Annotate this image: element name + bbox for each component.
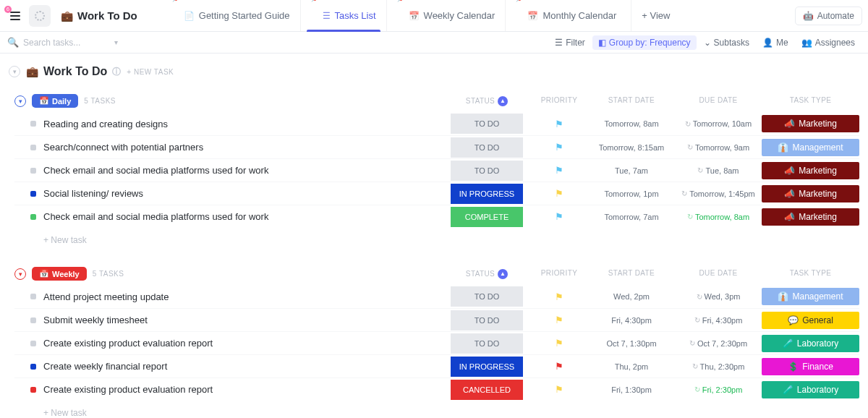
- task-type-pill[interactable]: 📣Marketing: [762, 185, 859, 202]
- task-row[interactable]: Submit weekly timesheetTO DO⚑Fri, 4:30pm…: [14, 308, 859, 331]
- priority-cell[interactable]: ⚑: [530, 338, 588, 349]
- col-start[interactable]: START DATE: [588, 96, 675, 106]
- task-name[interactable]: Search/connect with potential partners: [43, 142, 443, 153]
- task-name[interactable]: Create existing product evaluation repor…: [43, 338, 443, 349]
- status-pill[interactable]: COMPLETE: [451, 207, 523, 227]
- col-due[interactable]: DUE DATE: [675, 269, 762, 279]
- start-date-cell[interactable]: Fri, 1:30pm: [588, 385, 675, 394]
- sort-icon[interactable]: ▲: [498, 96, 508, 106]
- task-name[interactable]: Reading and creating designs: [43, 119, 443, 129]
- task-row[interactable]: Create weekly financial reportIN PROGRES…: [14, 354, 859, 378]
- start-date-cell[interactable]: Tue, 7am: [588, 166, 675, 175]
- start-date-cell[interactable]: Wed, 2pm: [588, 292, 675, 301]
- group-collapse-button[interactable]: ▾: [14, 268, 26, 280]
- task-type-pill[interactable]: 👔Management: [762, 288, 859, 305]
- priority-cell[interactable]: ⚑: [530, 188, 588, 199]
- page-header-title[interactable]: 💼 Work To Do: [55, 9, 143, 22]
- tab-monthly-calendar[interactable]: 📌📅Monthly Calendar: [505, 0, 626, 31]
- task-row[interactable]: Reading and creating designsTO DO⚑Tomorr…: [14, 112, 859, 135]
- task-name[interactable]: Create weekly financial report: [43, 361, 443, 372]
- task-type-pill[interactable]: 📣Marketing: [762, 115, 859, 132]
- task-row[interactable]: Create existing product evaluation repor…: [14, 378, 859, 401]
- status-pill[interactable]: TO DO: [451, 137, 523, 158]
- status-pill[interactable]: IN PROGRESS: [451, 184, 523, 204]
- tab-getting-started-guide[interactable]: 📌📄Getting Started Guide: [162, 0, 300, 31]
- col-priority[interactable]: PRIORITY: [530, 269, 588, 279]
- task-type-pill[interactable]: 📣Marketing: [762, 208, 859, 226]
- task-row[interactable]: Check email and social media platforms u…: [14, 158, 859, 182]
- group-badge[interactable]: 📅Weekly: [32, 267, 87, 281]
- priority-cell[interactable]: ⚑: [530, 315, 588, 325]
- sort-icon[interactable]: ▲: [498, 269, 508, 279]
- col-type[interactable]: TASK TYPE: [762, 269, 859, 279]
- start-date-cell[interactable]: Tomorrow, 7am: [588, 213, 675, 221]
- new-task-button[interactable]: + New task: [14, 401, 859, 418]
- status-pill[interactable]: TO DO: [451, 161, 523, 181]
- new-task-button[interactable]: + New task: [14, 228, 859, 245]
- start-date-cell[interactable]: Thu, 2pm: [588, 362, 675, 371]
- task-type-pill[interactable]: 💬General: [762, 312, 859, 329]
- task-type-pill[interactable]: 🧪Laboratory: [762, 335, 859, 352]
- group-by-button[interactable]: ◧Group by: Frequency: [592, 35, 697, 50]
- status-pill[interactable]: TO DO: [451, 114, 523, 134]
- due-date-cell[interactable]: ↻Oct 7, 2:30pm: [675, 339, 762, 348]
- search-group[interactable]: 🔍 ▾: [7, 37, 118, 48]
- due-date-cell[interactable]: ↻Tomorrow, 1:45pm: [675, 189, 762, 198]
- task-type-pill[interactable]: 🧪Laboratory: [762, 381, 859, 398]
- start-date-cell[interactable]: Tomorrow, 8am: [588, 119, 675, 128]
- task-row[interactable]: Search/connect with potential partnersTO…: [14, 135, 859, 158]
- task-type-pill[interactable]: 💲Finance: [762, 358, 859, 375]
- due-date-cell[interactable]: ↻Fri, 2:30pm: [675, 385, 762, 394]
- priority-cell[interactable]: ⚑: [530, 211, 588, 222]
- priority-cell[interactable]: ⚑: [530, 142, 588, 153]
- task-type-pill[interactable]: 👔Management: [762, 139, 859, 156]
- task-name[interactable]: Check email and social media platforms u…: [43, 165, 443, 176]
- task-row[interactable]: Create existing product evaluation repor…: [14, 331, 859, 354]
- status-pill[interactable]: IN PROGRESS: [451, 357, 523, 377]
- group-badge[interactable]: 📅Daily: [32, 94, 78, 108]
- due-date-cell[interactable]: ↻Tomorrow, 8am: [675, 213, 762, 221]
- status-pill[interactable]: TO DO: [451, 333, 523, 354]
- priority-cell[interactable]: ⚑: [530, 361, 588, 372]
- priority-cell[interactable]: ⚑: [530, 119, 588, 129]
- col-status[interactable]: STATUS ▲: [443, 96, 530, 106]
- automate-button[interactable]: 🤖 Automate: [795, 7, 862, 25]
- add-view-button[interactable]: + View: [631, 0, 680, 31]
- due-date-cell[interactable]: ↻Tue, 8am: [675, 166, 762, 175]
- me-button[interactable]: 👤Me: [757, 35, 794, 50]
- task-row[interactable]: Check email and social media platforms u…: [14, 205, 859, 228]
- priority-cell[interactable]: ⚑: [530, 165, 588, 176]
- group-collapse-button[interactable]: ▾: [14, 95, 26, 107]
- tab-tasks-list[interactable]: 📌☰Tasks List: [300, 0, 386, 31]
- task-name[interactable]: Create existing product evaluation repor…: [43, 384, 443, 395]
- task-row[interactable]: Attend project meeting updateTO DO⚑Wed, …: [14, 285, 859, 308]
- due-date-cell[interactable]: ↻Wed, 3pm: [675, 292, 762, 301]
- start-date-cell[interactable]: Fri, 4:30pm: [588, 316, 675, 325]
- task-name[interactable]: Submit weekly timesheet: [43, 315, 443, 325]
- start-date-cell[interactable]: Oct 7, 1:30pm: [588, 339, 675, 348]
- status-pill[interactable]: TO DO: [451, 286, 523, 307]
- search-input[interactable]: [23, 38, 110, 48]
- filter-button[interactable]: ☰Filter: [549, 35, 591, 50]
- menu-button[interactable]: 6: [6, 7, 25, 25]
- col-priority[interactable]: PRIORITY: [530, 96, 588, 106]
- task-type-pill[interactable]: 📣Marketing: [762, 162, 859, 179]
- subtasks-button[interactable]: ⌄Subtasks: [698, 35, 755, 50]
- start-date-cell[interactable]: Tomorrow, 8:15am: [588, 143, 675, 152]
- task-name[interactable]: Check email and social media platforms u…: [43, 211, 443, 222]
- task-row[interactable]: Social listening/ reviewsIN PROGRESS⚑Tom…: [14, 182, 859, 205]
- col-type[interactable]: TASK TYPE: [762, 96, 859, 106]
- info-icon[interactable]: ⓘ: [112, 66, 121, 78]
- due-date-cell[interactable]: ↻Tomorrow, 10am: [675, 119, 762, 128]
- new-task-header-button[interactable]: + NEW TASK: [127, 68, 174, 76]
- chevron-down-icon[interactable]: ▾: [114, 38, 118, 46]
- priority-cell[interactable]: ⚑: [530, 384, 588, 395]
- due-date-cell[interactable]: ↻Fri, 4:30pm: [675, 316, 762, 325]
- tab-weekly-calendar[interactable]: 📌📅Weekly Calendar: [386, 0, 506, 31]
- due-date-cell[interactable]: ↻Tomorrow, 9am: [675, 143, 762, 152]
- assignees-button[interactable]: 👥Assignees: [796, 35, 861, 50]
- priority-cell[interactable]: ⚑: [530, 291, 588, 302]
- start-date-cell[interactable]: Tomorrow, 1pm: [588, 189, 675, 198]
- task-name[interactable]: Attend project meeting update: [43, 291, 443, 302]
- col-status[interactable]: STATUS ▲: [443, 269, 530, 279]
